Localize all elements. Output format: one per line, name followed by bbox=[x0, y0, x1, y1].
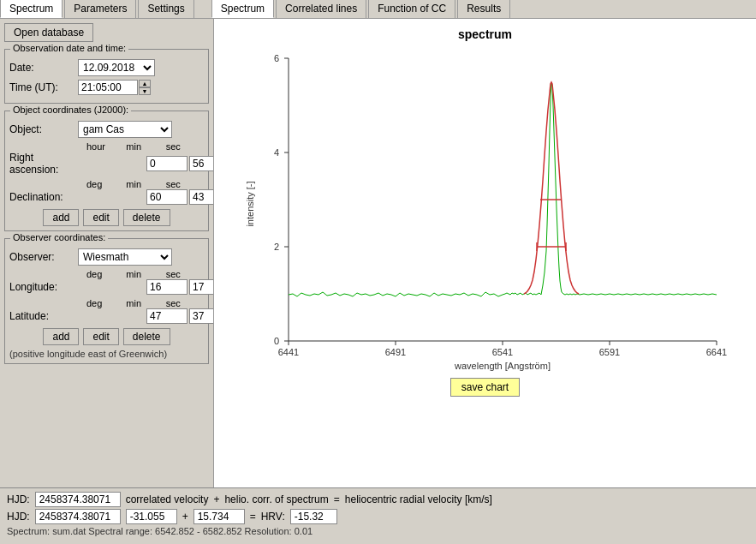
ra-hour-header: hour bbox=[86, 141, 124, 152]
tab-settings[interactable]: Settings bbox=[138, 0, 193, 18]
object-label: Object: bbox=[9, 123, 78, 135]
hrv-short-label: HRV: bbox=[261, 511, 285, 523]
chart-title: spectrum bbox=[458, 27, 512, 41]
gaussian-overlay bbox=[524, 82, 579, 294]
dec-deg-input[interactable] bbox=[146, 189, 188, 205]
lon-sec-header: sec bbox=[166, 269, 204, 279]
coord-add-button[interactable]: add bbox=[43, 209, 79, 226]
svg-text:6441: 6441 bbox=[277, 347, 298, 357]
lon-deg-header: deg bbox=[86, 269, 124, 279]
obs-coord-group-label: Observer coordinates: bbox=[10, 232, 108, 242]
svg-text:2: 2 bbox=[273, 242, 278, 252]
date-select[interactable]: 12.09.2018 bbox=[78, 59, 155, 76]
hrv-label: heliocentric radial velocity [km/s] bbox=[345, 493, 492, 505]
dec-deg-header: deg bbox=[86, 179, 124, 189]
spectrum-line bbox=[289, 82, 717, 296]
svg-text:6541: 6541 bbox=[491, 347, 512, 357]
bottom-status-bar: HJD: correlated velocity + helio. corr. … bbox=[0, 487, 756, 540]
time-spin-down[interactable]: ▼ bbox=[139, 87, 151, 95]
obs-coord-group: Observer coordinates: Observer: Wiesmath… bbox=[4, 238, 209, 364]
coord-group: Object coordinates (J2000): Object: gam … bbox=[4, 111, 209, 231]
tab-spectrum-left[interactable]: Spectrum bbox=[0, 0, 63, 18]
svg-text:6: 6 bbox=[273, 53, 278, 63]
svg-text:6641: 6641 bbox=[705, 347, 726, 357]
chart-container: 0 2 4 6 6441 6491 6541 bbox=[241, 45, 729, 371]
tab-results[interactable]: Results bbox=[457, 0, 510, 18]
lat-min-header: min bbox=[126, 298, 164, 308]
coord-delete-button[interactable]: delete bbox=[123, 209, 170, 226]
date-label: Date: bbox=[9, 62, 78, 74]
plus-sign: + bbox=[213, 493, 219, 505]
tab-parameters[interactable]: Parameters bbox=[64, 0, 136, 18]
lat-sec-header: sec bbox=[166, 298, 204, 308]
greenwich-note: (positive longitude east of Greenwich) bbox=[9, 349, 204, 359]
tab-function-cc[interactable]: Function of CC bbox=[368, 0, 455, 18]
observation-group-label: Observation date and time: bbox=[10, 43, 128, 53]
lon-min-input[interactable] bbox=[189, 279, 214, 295]
equals-sign2: = bbox=[250, 511, 256, 523]
observer-label: Observer: bbox=[9, 251, 78, 263]
bottom-info-line: Spectrum: sum.dat Spectral range: 6542.8… bbox=[7, 526, 749, 536]
ra-min-header: min bbox=[126, 141, 164, 152]
corr-vel-input[interactable] bbox=[126, 509, 177, 524]
coord-group-label: Object coordinates (J2000): bbox=[10, 105, 131, 115]
tab-correlated-lines[interactable]: Correlated lines bbox=[276, 0, 366, 18]
ra-label: Right ascension: bbox=[9, 152, 78, 176]
equals-sign: = bbox=[334, 493, 340, 505]
lat-deg-input[interactable] bbox=[146, 308, 188, 324]
dec-min-header: min bbox=[126, 179, 164, 189]
object-select[interactable]: gam Cas bbox=[78, 121, 172, 138]
hjd-label: HJD: bbox=[7, 493, 30, 505]
svg-text:6491: 6491 bbox=[384, 347, 405, 357]
svg-text:wavelength [Angström]: wavelength [Angström] bbox=[454, 361, 551, 371]
ra-min-input[interactable] bbox=[189, 156, 214, 171]
svg-text:4: 4 bbox=[273, 147, 278, 158]
obs-add-button[interactable]: add bbox=[43, 328, 79, 345]
dec-sec-header: sec bbox=[166, 179, 204, 189]
latitude-label: Latitude: bbox=[9, 310, 78, 322]
svg-text:intensity [-]: intensity [-] bbox=[245, 181, 255, 226]
lon-min-header: min bbox=[126, 269, 164, 279]
svg-text:6591: 6591 bbox=[598, 347, 619, 357]
hjd-short-label: HJD: bbox=[7, 511, 30, 523]
observation-group: Observation date and time: Date: 12.09.2… bbox=[4, 49, 209, 104]
lat-min-input[interactable] bbox=[189, 308, 214, 324]
ra-hour-input[interactable] bbox=[146, 156, 188, 171]
lat-deg-header: deg bbox=[86, 298, 124, 308]
plus-sign2: + bbox=[182, 511, 188, 523]
obs-edit-button[interactable]: edit bbox=[83, 328, 118, 345]
time-label: Time (UT): bbox=[9, 81, 78, 93]
coord-edit-button[interactable]: edit bbox=[83, 209, 118, 226]
hjd-value-display[interactable] bbox=[35, 509, 121, 524]
save-chart-button[interactable]: save chart bbox=[450, 378, 520, 397]
hrv-value-input[interactable] bbox=[290, 509, 337, 524]
open-database-button[interactable]: Open database bbox=[4, 23, 93, 42]
observer-select[interactable]: Wiesmath bbox=[78, 248, 172, 266]
time-spin-up[interactable]: ▲ bbox=[139, 80, 151, 87]
lon-deg-input[interactable] bbox=[146, 279, 188, 295]
helio-corr-label: helio. corr. of spectrum bbox=[224, 493, 328, 505]
hjd-input[interactable] bbox=[35, 492, 121, 507]
tab-spectrum-right[interactable]: Spectrum bbox=[211, 0, 274, 18]
corr-vel-label: correlated velocity bbox=[126, 493, 209, 505]
time-input[interactable] bbox=[78, 80, 138, 95]
dec-label: Declination: bbox=[9, 191, 78, 203]
svg-text:0: 0 bbox=[273, 336, 278, 346]
obs-delete-button[interactable]: delete bbox=[123, 328, 170, 345]
ra-sec-header: sec bbox=[166, 141, 204, 152]
longitude-label: Longitude: bbox=[9, 281, 78, 293]
dec-min-input[interactable] bbox=[189, 189, 214, 205]
helio-corr-input[interactable] bbox=[193, 509, 245, 524]
